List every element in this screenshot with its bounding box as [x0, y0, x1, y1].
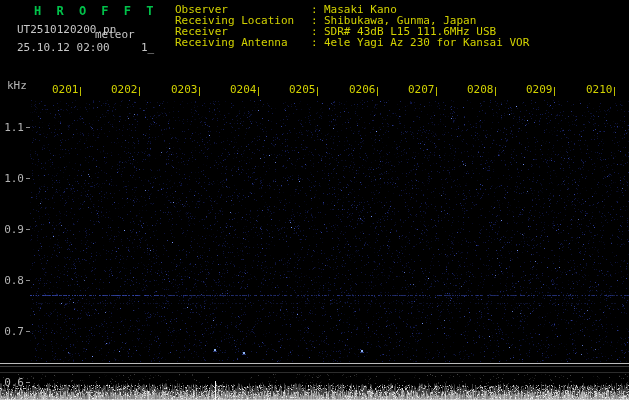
- datetime-label: 25.10.12 02:00: [17, 41, 110, 54]
- station-info-block: Observer:Masaki Kano Receiving Location:…: [175, 4, 529, 48]
- info-value: 4ele Yagi Az 230 for Kansai VOR: [324, 37, 529, 48]
- freq-label-0.7: 0.7: [4, 325, 24, 338]
- info-label: Receiving Antenna: [175, 37, 311, 48]
- time-label-0202: 0202: [111, 83, 138, 96]
- freq-label-0.9: 0.9: [4, 223, 24, 236]
- time-label-0204: 0204: [230, 83, 257, 96]
- spectrogram-canvas: [0, 0, 629, 400]
- freq-label-0.8: 0.8: [4, 274, 24, 287]
- time-label-0201: 0201: [52, 83, 79, 96]
- time-label-0207: 0207: [408, 83, 435, 96]
- time-label-0208: 0208: [467, 83, 494, 96]
- time-label-0205: 0205: [289, 83, 316, 96]
- time-label-0203: 0203: [171, 83, 198, 96]
- time-label-0210: 0210: [586, 83, 613, 96]
- freq-label-1.0: 1.0: [4, 172, 24, 185]
- frequency-axis-labels: 1.11.00.90.80.70.6: [0, 0, 26, 400]
- station-label: meteor: [95, 28, 135, 41]
- hrofft-screen: H R O F F T UT2510120200.pn meteor 25.10…: [0, 0, 629, 400]
- app-title: H R O F F T: [34, 4, 157, 18]
- freq-label-1.1: 1.1: [4, 121, 24, 134]
- time-label-0209: 0209: [526, 83, 553, 96]
- colon-separator: :: [311, 37, 324, 48]
- time-axis-labels: 0201020202030204020502060207020802090210: [0, 83, 629, 95]
- count-indicator: 1_: [141, 41, 154, 54]
- info-row-antenna: Receiving Antenna:4ele Yagi Az 230 for K…: [175, 37, 529, 48]
- time-label-0206: 0206: [349, 83, 376, 96]
- freq-label-0.6: 0.6: [4, 376, 24, 389]
